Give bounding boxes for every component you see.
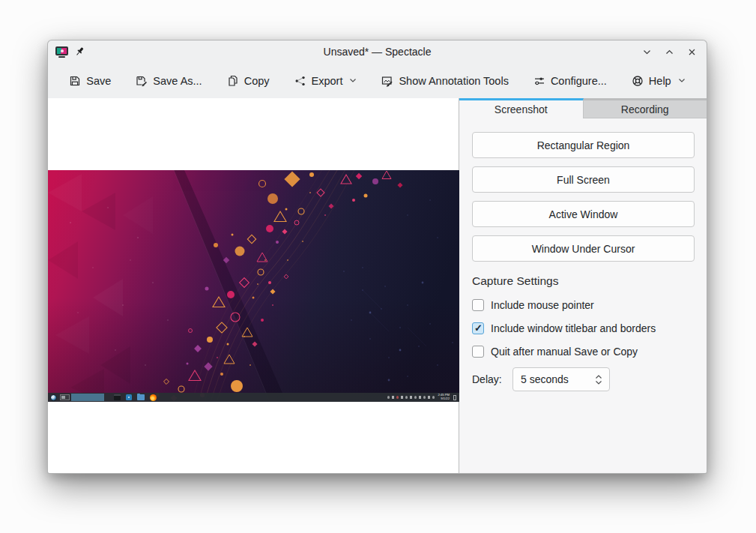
save-as-label: Save As... — [153, 75, 202, 87]
help-button[interactable]: Help — [632, 75, 686, 87]
copy-label: Copy — [244, 75, 270, 87]
preview-clock: 2:45 PM 9/1/22 — [438, 394, 450, 400]
annotation-icon — [381, 75, 393, 87]
toolbar: Save Save As... Copy — [48, 63, 707, 98]
close-button[interactable] — [684, 44, 699, 59]
preview-firefox-icon — [150, 394, 157, 401]
include-titlebar-label: Include window titlebar and borders — [491, 322, 656, 334]
tabbar: Screenshot Recording — [459, 98, 707, 118]
spectacle-app-icon — [55, 46, 68, 58]
save-as-button[interactable]: Save As... — [136, 75, 202, 87]
screenshot-preview-pane: 2:45 PM 9/1/22 — [48, 98, 459, 473]
window-under-cursor-button[interactable]: Window Under Cursor — [472, 235, 695, 262]
copy-icon — [227, 75, 239, 87]
show-annotation-tools-button[interactable]: Show Annotation Tools — [381, 75, 508, 87]
preview-pager — [60, 394, 70, 400]
chevron-down-icon — [349, 78, 357, 83]
include-mouse-pointer-row: Include mouse pointer — [472, 299, 695, 311]
tab-recording[interactable]: Recording — [584, 98, 707, 118]
save-icon — [69, 75, 81, 87]
tab-screenshot[interactable]: Screenshot — [459, 98, 584, 118]
pin-icon[interactable] — [74, 46, 86, 58]
preview-console-icon — [114, 394, 121, 400]
minimize-icon — [642, 47, 652, 57]
delay-row: Delay: 5 seconds — [472, 367, 695, 391]
chevron-down-icon — [678, 78, 686, 83]
spectacle-window: Unsaved* — Spectacle Save — [47, 40, 707, 474]
save-button[interactable]: Save — [69, 75, 111, 87]
include-titlebar-row: Include window titlebar and borders — [472, 322, 695, 334]
capture-settings-heading: Capture Settings — [472, 274, 695, 288]
configure-icon — [533, 75, 545, 87]
preview-peek-button — [453, 395, 456, 400]
export-icon — [294, 75, 306, 87]
save-label: Save — [86, 75, 111, 87]
spin-down-icon[interactable] — [595, 380, 602, 385]
preview-system-tray — [387, 396, 435, 399]
minimize-button[interactable] — [639, 44, 654, 59]
delay-value: 5 seconds — [521, 373, 595, 385]
window-title: Unsaved* — Spectacle — [48, 46, 707, 58]
preview-taskbar: 2:45 PM 9/1/22 — [48, 393, 459, 402]
titlebar: Unsaved* — Spectacle — [48, 40, 707, 63]
include-mouse-pointer-label: Include mouse pointer — [491, 299, 594, 311]
configure-label: Configure... — [551, 75, 607, 87]
include-mouse-pointer-checkbox[interactable] — [472, 299, 484, 311]
screenshot-preview-image: 2:45 PM 9/1/22 — [48, 170, 459, 402]
save-as-icon — [136, 75, 148, 87]
active-window-button[interactable]: Active Window — [472, 201, 695, 227]
configure-button[interactable]: Configure... — [533, 75, 607, 87]
quit-after-save-row: Quit after manual Save or Copy — [472, 346, 695, 358]
full-screen-button[interactable]: Full Screen — [472, 166, 695, 193]
delay-label: Delay: — [472, 373, 506, 385]
copy-button[interactable]: Copy — [227, 75, 270, 87]
preview-launcher-icon — [50, 394, 57, 401]
preview-folder-icon — [137, 394, 145, 400]
export-label: Export — [312, 75, 343, 87]
quit-after-save-checkbox[interactable] — [472, 346, 484, 358]
maximize-button[interactable] — [662, 44, 677, 59]
rectangular-region-button[interactable]: Rectangular Region — [472, 132, 695, 158]
maximize-icon — [665, 47, 674, 57]
tab-screenshot-label: Screenshot — [495, 103, 548, 115]
close-icon — [687, 47, 697, 57]
delay-spinbox[interactable]: 5 seconds — [512, 367, 610, 391]
quit-after-save-label: Quit after manual Save or Copy — [491, 346, 638, 358]
tab-recording-label: Recording — [621, 103, 669, 115]
preview-active-task — [71, 394, 104, 401]
help-label: Help — [649, 75, 671, 87]
include-titlebar-checkbox[interactable] — [472, 322, 484, 334]
capture-panel: Screenshot Recording Rectangular Region … — [459, 98, 707, 473]
wallpaper-graphic — [48, 170, 459, 402]
export-button[interactable]: Export — [294, 75, 357, 87]
preview-app-icon — [126, 394, 132, 400]
help-icon — [632, 75, 644, 87]
show-annotation-tools-label: Show Annotation Tools — [399, 75, 508, 87]
spin-up-icon[interactable] — [595, 375, 602, 379]
